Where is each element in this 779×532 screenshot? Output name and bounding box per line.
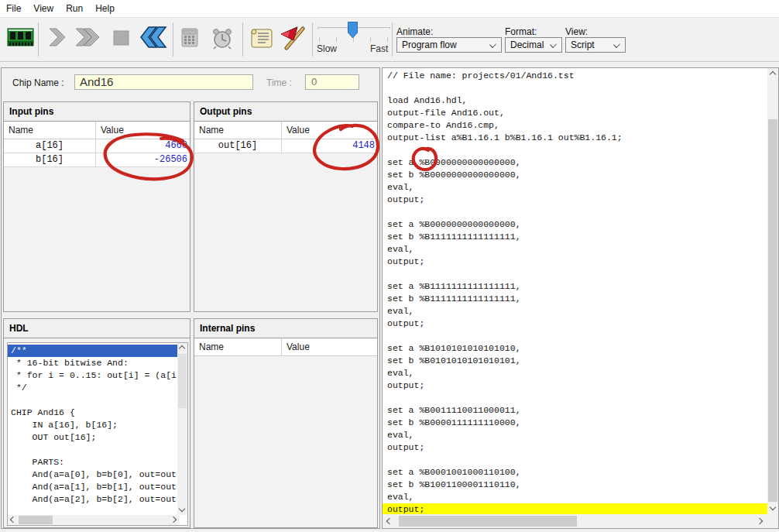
output-pins-header: Name Value bbox=[194, 122, 377, 139]
animate-label: Animate: bbox=[396, 26, 433, 37]
chip-icon[interactable] bbox=[7, 26, 35, 50]
single-step-icon[interactable] bbox=[48, 27, 67, 47]
format-value: Decimal bbox=[510, 39, 544, 50]
script-panel[interactable]: // File name: projects/01/And16.tstload … bbox=[382, 67, 779, 529]
chevron-down-icon bbox=[489, 41, 496, 48]
internal-pins-title: Internal pins bbox=[194, 319, 377, 338]
calculator-icon[interactable] bbox=[180, 28, 201, 48]
code-line: CHIP And16 { bbox=[8, 407, 177, 419]
code-line: And(a=a[0], b=b[0], out=out[ bbox=[8, 469, 177, 481]
column-header-value[interactable]: Value bbox=[282, 122, 377, 139]
hdl-title: HDL bbox=[4, 319, 190, 338]
hdl-horizontal-scrollbar[interactable] bbox=[8, 515, 180, 525]
pin-value: -26506 bbox=[96, 153, 190, 166]
chevron-down-icon bbox=[550, 41, 557, 48]
code-line: eval, bbox=[383, 367, 767, 379]
menu-item-help[interactable]: Help bbox=[89, 0, 121, 17]
column-header-value[interactable]: Value bbox=[96, 122, 190, 139]
hdl-vertical-scrollbar[interactable] bbox=[177, 343, 187, 515]
code-line: load And16.hdl, bbox=[383, 94, 767, 107]
toolbar-separator bbox=[38, 22, 39, 57]
hdl-panel: HDL /** * 16-bit bitwise And: * for i = … bbox=[3, 318, 190, 528]
code-line: eval, bbox=[383, 243, 767, 256]
code-line: set b %B1111111111111111, bbox=[383, 231, 767, 243]
pin-name: out[16] bbox=[194, 139, 282, 153]
column-header-name[interactable]: Name bbox=[194, 338, 282, 355]
code-line: eval, bbox=[383, 429, 767, 441]
speed-slider-thumb[interactable] bbox=[348, 22, 359, 39]
column-header-name[interactable]: Name bbox=[194, 122, 282, 139]
clock-icon[interactable] bbox=[211, 26, 235, 50]
code-line: set a %B1111111111111111, bbox=[383, 280, 767, 293]
input-pins-header: Name Value bbox=[4, 122, 190, 139]
animate-value: Program flow bbox=[402, 39, 457, 50]
scrollbar-thumb[interactable] bbox=[178, 354, 187, 408]
input-pins-title: Input pins bbox=[4, 102, 190, 122]
slider-fast-label: Fast bbox=[370, 43, 388, 54]
view-dropdown[interactable]: Script bbox=[565, 37, 626, 53]
code-line: set a %B0000000000000000, bbox=[383, 218, 767, 231]
code-line: And(a=a[2], b=b[2], out=out[ bbox=[8, 493, 177, 506]
animate-dropdown[interactable]: Program flow bbox=[396, 37, 502, 53]
code-line: IN a[16], b[16]; bbox=[8, 419, 177, 431]
code-line: eval, bbox=[383, 305, 767, 317]
chip-name-label: Chip Name : bbox=[12, 77, 64, 88]
code-line: set a %B0000000000000000, bbox=[383, 156, 767, 169]
slider-tick bbox=[387, 37, 388, 42]
output-pins-panel: Output pins Name Value out[16]4148 bbox=[194, 101, 378, 312]
code-line: eval, bbox=[383, 181, 767, 194]
code-line: output-file And16.out, bbox=[383, 107, 767, 119]
pin-value: 4660 bbox=[96, 139, 190, 153]
code-line: * 16-bit bitwise And: bbox=[8, 357, 177, 369]
code-line: output-list a%B1.16.1 b%B1.16.1 out%B1.1… bbox=[383, 132, 767, 144]
pin-row[interactable]: b[16]-26506 bbox=[4, 153, 190, 167]
code-line: set b %B0000000000000000, bbox=[383, 169, 767, 181]
scrollbar-thumb[interactable] bbox=[768, 119, 777, 502]
slider-tick bbox=[319, 37, 320, 42]
pin-name: b[16] bbox=[4, 153, 96, 166]
column-header-name[interactable]: Name bbox=[4, 122, 96, 139]
pin-row[interactable]: out[16]4148 bbox=[194, 139, 377, 153]
code-line: */ bbox=[8, 382, 177, 394]
code-line: set a %B1010101010101010, bbox=[383, 342, 767, 355]
menu-item-run[interactable]: Run bbox=[60, 0, 89, 17]
pin-name: a[16] bbox=[4, 139, 96, 153]
script-horizontal-scrollbar[interactable] bbox=[383, 514, 767, 528]
menu-bar: FileViewRunHelp bbox=[0, 0, 779, 17]
code-line: output; bbox=[383, 441, 767, 454]
toolbar-separator bbox=[242, 22, 243, 57]
code-line: output; bbox=[383, 317, 767, 330]
format-dropdown[interactable]: Decimal bbox=[505, 37, 562, 53]
code-line bbox=[383, 454, 767, 466]
run-icon[interactable] bbox=[74, 27, 101, 47]
scrollbar-thumb[interactable] bbox=[19, 516, 53, 524]
chip-name-field[interactable]: And16 bbox=[74, 74, 253, 90]
code-line: output; bbox=[383, 194, 767, 206]
code-line bbox=[383, 392, 767, 404]
scrollbar-thumb[interactable] bbox=[399, 516, 577, 527]
input-pins-panel: Input pins Name Value a[16]4660b[16]-265… bbox=[3, 101, 190, 312]
code-line bbox=[8, 394, 177, 407]
brush-icon[interactable] bbox=[279, 26, 307, 50]
column-header-value[interactable]: Value bbox=[282, 338, 377, 355]
toolbar-separator bbox=[173, 22, 173, 57]
hdl-code-area[interactable]: /** * 16-bit bitwise And: * for i = 0..1… bbox=[7, 342, 188, 526]
pin-row[interactable]: a[16]4660 bbox=[4, 139, 190, 153]
script-icon[interactable] bbox=[251, 27, 274, 49]
stop-icon[interactable] bbox=[113, 30, 130, 46]
code-line bbox=[383, 206, 767, 218]
slider-tick bbox=[370, 37, 371, 42]
toolbar-separator bbox=[312, 22, 313, 57]
pin-value: 4148 bbox=[282, 139, 377, 153]
code-line: set b %B1111111111111111, bbox=[383, 293, 767, 305]
script-vertical-scrollbar[interactable] bbox=[767, 68, 778, 514]
code-line bbox=[383, 82, 767, 94]
rewind-icon[interactable] bbox=[139, 26, 169, 48]
code-line: compare-to And16.cmp, bbox=[383, 119, 767, 132]
code-line: OUT out[16]; bbox=[8, 431, 177, 444]
time-field: 0 bbox=[305, 74, 359, 90]
menu-item-view[interactable]: View bbox=[27, 0, 60, 17]
format-label: Format: bbox=[505, 26, 537, 37]
view-label: View: bbox=[565, 26, 588, 37]
menu-item-file[interactable]: File bbox=[0, 0, 27, 17]
